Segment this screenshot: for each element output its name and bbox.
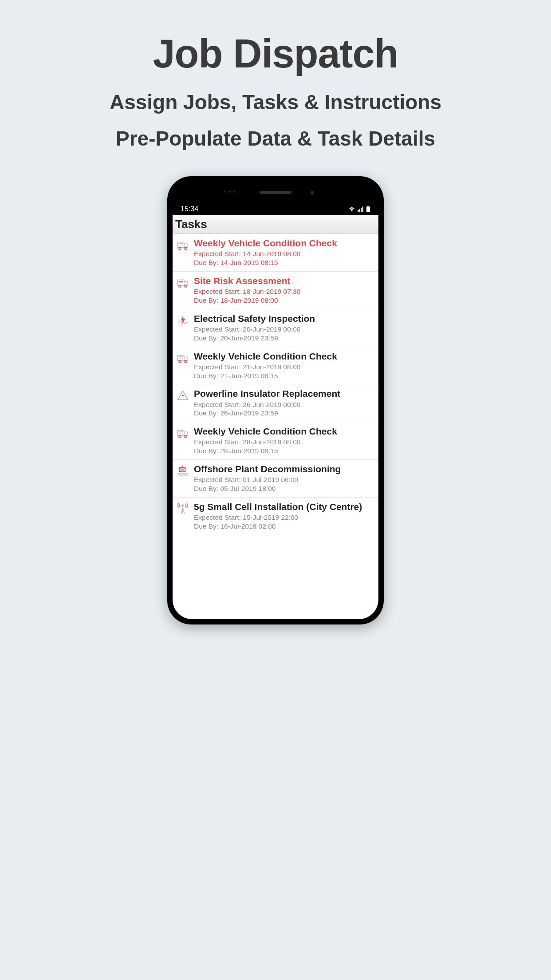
signal-icon	[358, 206, 364, 212]
task-expected-start: Expected Start: 26-Jun-2019 00:00	[194, 400, 375, 409]
task-content: Offshore Plant DecommissioningExpected S…	[194, 463, 375, 493]
app-header: Tasks	[173, 215, 378, 234]
task-title: Weekly Vehicle Condition Check	[194, 351, 375, 362]
task-expected-start: Expected Start: 14-Jun-2019 08:00	[194, 249, 375, 258]
task-expected-start: Expected Start: 28-Jun-2019 08:00	[194, 438, 375, 447]
task-content: Weekly Vehicle Condition CheckExpected S…	[194, 237, 375, 267]
antenna-icon	[176, 502, 189, 515]
phone-bezel-top	[173, 182, 378, 203]
task-title: Site Risk Assessment	[194, 275, 375, 286]
task-due-by: Due By: 28-Jun-2019 08:15	[194, 447, 375, 455]
task-row[interactable]: Weekly Vehicle Condition CheckExpected S…	[173, 347, 378, 385]
task-content: Weekly Vehicle Condition CheckExpected S…	[194, 351, 375, 380]
task-title: Offshore Plant Decommissioning	[194, 463, 375, 474]
task-content: Electrical Safety InspectionExpected Sta…	[194, 313, 375, 343]
svg-rect-1	[359, 209, 361, 212]
task-title: 5g Small Cell Installation (City Centre)	[194, 501, 375, 512]
status-indicators	[348, 206, 370, 212]
task-due-by: Due By: 16-Jul-2019 02:00	[194, 522, 375, 531]
truck-icon	[176, 238, 189, 252]
task-expected-start: Expected Start: 20-Jun-2019 00:00	[194, 325, 375, 334]
task-row[interactable]: Weekly Vehicle Condition CheckExpected S…	[173, 234, 378, 272]
battery-icon	[366, 206, 370, 212]
task-row[interactable]: Offshore Plant DecommissioningExpected S…	[173, 460, 378, 498]
svg-rect-2	[361, 208, 362, 212]
status-bar: 15:34	[173, 203, 378, 215]
task-title: Powerline Insulator Replacement	[194, 388, 375, 399]
task-title: Weekly Vehicle Condition Check	[194, 426, 375, 437]
wifi-icon	[348, 206, 355, 212]
task-content: 5g Small Cell Installation (City Centre)…	[194, 501, 375, 531]
task-due-by: Due By: 05-Jul-2019 18:00	[194, 484, 375, 493]
task-expected-start: Expected Start: 18-Jun-2019 07:30	[194, 287, 375, 296]
task-row[interactable]: Electrical Safety InspectionExpected Sta…	[173, 309, 378, 347]
task-content: Weekly Vehicle Condition CheckExpected S…	[194, 426, 375, 455]
task-due-by: Due By: 21-Jun-2019 08:15	[194, 371, 375, 380]
status-time: 15:34	[181, 205, 198, 213]
svg-rect-5	[366, 207, 370, 212]
task-row[interactable]: 5g Small Cell Installation (City Centre)…	[173, 498, 378, 535]
promo-subtitle-2: Pre-Populate Data & Task Details	[0, 126, 551, 150]
task-title: Weekly Vehicle Condition Check	[194, 237, 375, 249]
task-expected-start: Expected Start: 15-Jul-2019 22:00	[194, 513, 375, 522]
electrical-icon	[176, 314, 189, 327]
offshore-icon	[176, 464, 189, 478]
task-due-by: Due By: 26-Jun-2019 23:59	[194, 409, 375, 418]
svg-rect-4	[367, 206, 369, 207]
task-content: Site Risk AssessmentExpected Start: 18-J…	[194, 275, 375, 305]
task-due-by: Due By: 20-Jun-2019 23:59	[194, 334, 375, 343]
task-expected-start: Expected Start: 01-Jul-2019 06:00	[194, 475, 375, 484]
task-row[interactable]: Site Risk AssessmentExpected Start: 18-J…	[173, 272, 378, 309]
task-row[interactable]: Powerline Insulator ReplacementExpected …	[173, 384, 378, 422]
promo-header: Job Dispatch Assign Jobs, Tasks & Instru…	[0, 0, 551, 150]
truck-icon	[176, 276, 189, 289]
task-expected-start: Expected Start: 21-Jun-2019 08:00	[194, 363, 375, 371]
svg-rect-0	[358, 210, 359, 212]
promo-subtitle-1: Assign Jobs, Tasks & Instructions	[0, 90, 551, 114]
phone-frame: 15:34 Tasks Weekly Vehicle Condition Che…	[167, 176, 384, 624]
truck-icon	[176, 427, 189, 440]
task-row[interactable]: Weekly Vehicle Condition CheckExpected S…	[173, 422, 378, 460]
task-content: Powerline Insulator ReplacementExpected …	[194, 388, 375, 418]
svg-rect-3	[362, 207, 364, 212]
promo-title: Job Dispatch	[0, 31, 551, 77]
task-due-by: Due By: 14-Jun-2019 08:15	[194, 258, 375, 267]
task-due-by: Due By: 18-Jun-2019 08:00	[194, 296, 375, 305]
task-title: Electrical Safety Inspection	[194, 313, 375, 324]
warning-icon	[176, 389, 189, 402]
app-header-title: Tasks	[175, 217, 207, 231]
phone-screen: 15:34 Tasks Weekly Vehicle Condition Che…	[173, 182, 378, 619]
truck-icon	[176, 352, 189, 365]
task-list[interactable]: Weekly Vehicle Condition CheckExpected S…	[173, 234, 378, 619]
